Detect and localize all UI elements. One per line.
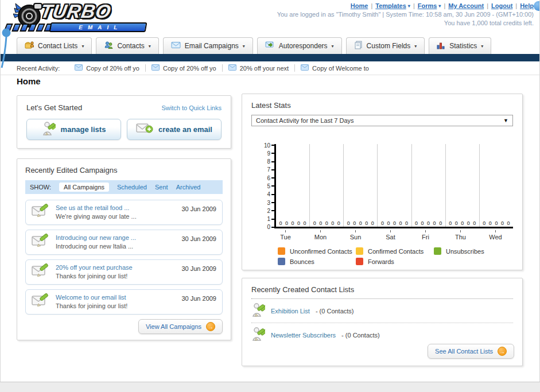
x-axis-label: Wed [478,234,513,240]
chart-value: 0 [313,220,316,226]
corner-dot-decoration [534,1,540,11]
top-nav: Home|Templates▾|Forms▾|My Account|Logout… [277,2,534,9]
filter-scheduled[interactable]: Scheduled [117,184,147,191]
x-axis-label: Thu [443,234,478,240]
legend-swatch [356,258,363,265]
x-axis-cell: Fri [408,230,443,240]
chart-value-labels: 00000 [310,220,343,226]
envelope-pencil-icon [32,204,50,221]
latest-stats-title: Latest Stats [251,101,513,110]
chart-day-group: 00000 [480,144,513,227]
navy-divider-bar [1,54,539,61]
recent-activity-item[interactable]: Copy of 20% off yo [69,64,146,72]
contact-list-items: Exhibition List - (0 Contacts)Newsletter… [251,299,513,347]
chart-value: 0 [415,220,418,226]
chart-day-group: 00000 [412,144,446,227]
contact-list-item[interactable]: Newsletter Subscribers - (0 Contacts) [251,323,513,347]
chart-value: 0 [495,220,498,226]
y-tick-value: 9 [267,150,270,157]
tab-label: Autoresponders [279,42,328,50]
header-right: Home|Templates▾|Forms▾|My Account|Logout… [277,2,534,26]
y-tick-label: 10 [259,142,274,148]
recent-activity-item[interactable]: Copy of 20% off yo [146,64,223,72]
chart-value: 0 [381,220,384,226]
recent-activity-item-label: Copy of Welcome to [312,65,369,72]
see-all-contact-lists-button[interactable]: See All Contact Lists → [428,344,514,359]
manage-lists-button[interactable]: manage lists [26,119,121,140]
recent-activity-item-label: Copy of 20% off yo [86,65,139,72]
page-title: Home [17,76,41,86]
tab-contact-lists[interactable]: Contact Lists▾ [17,37,92,54]
chart-day-group: 00000 [446,144,480,227]
y-tick-label: 3 [259,200,274,205]
x-axis-label: Mon [303,234,338,240]
campaign-card[interactable]: See us at the retail food ...We're givin… [25,200,223,225]
nav-link-templates[interactable]: Templates▾ [375,2,410,9]
campaign-card[interactable]: 20% off your next purchaseThanks for joi… [25,259,223,285]
chart-value: 0 [507,220,510,226]
nav-link-help[interactable]: Help [520,2,534,9]
recent-activity-label: Recent Activity: [17,65,60,72]
campaign-subtitle: We're giving away our late ... [56,212,137,221]
recent-activity-item[interactable]: 20% off your next [223,64,295,72]
recent-activity-item[interactable]: Copy of Welcome to [295,64,375,72]
nav-link-logout[interactable]: Logout [491,2,512,9]
button-label: create an email [158,125,212,134]
envelope-icon [228,64,236,72]
contact-list-item[interactable]: Exhibition List - (0 Contacts) [251,299,513,323]
contact-list-name-link[interactable]: Exhibition List [271,308,310,315]
nav-separator: | [515,2,517,9]
tab-autoresponders[interactable]: Autoresponders▾ [257,37,342,54]
login-status-text: You are logged in as "Timothy Smith" | S… [277,11,534,18]
envelope-icon [75,64,83,72]
tab-statistics[interactable]: Statistics▾ [429,37,491,54]
y-tick-label: 8 [259,159,274,165]
x-tick-mark [285,230,286,232]
campaign-title-link[interactable]: See us at the retail food ... [56,204,137,212]
view-all-campaigns-button[interactable]: View All Campaigns → [138,319,223,334]
y-tick-label: 0 [259,224,274,230]
person-pencil-icon [251,327,265,343]
chart-value: 0 [421,220,424,226]
x-axis-cell: Sun [338,230,373,240]
tab-contacts[interactable]: Contacts▾ [96,37,158,54]
switch-quick-links-link[interactable]: Switch to Quick Links [161,104,222,111]
get-started-panel: Let's Get Started Switch to Quick Links … [17,95,231,149]
tab-custom-fields[interactable]: Custom Fields▾ [346,37,425,54]
chart-value-labels: 00000 [412,220,445,226]
campaign-title-link[interactable]: Welcome to our email list [56,293,127,302]
nav-link-my-account[interactable]: My Account [448,2,484,9]
chart-value: 0 [359,220,362,226]
contact-lists-panel: Recently Created Contact Lists Exhibitio… [242,278,523,366]
campaign-card[interactable]: Welcome to our email listThanks for join… [25,289,223,315]
contact-activity-chart: 109876543210 000000000000000000000000000… [251,142,513,230]
person-pencil-icon [42,121,56,138]
campaign-title-link[interactable]: 20% off your next purchase [56,263,133,272]
filter-sent[interactable]: Sent [155,184,168,191]
filter-archived[interactable]: Archived [176,184,201,191]
recent-activity-item-label: 20% off your next [240,65,289,72]
arrow-right-icon: → [498,347,507,356]
chart-value: 0 [319,220,322,226]
contact-lists-title: Recently Created Contact Lists [251,285,513,294]
envelope-icon [301,64,309,72]
chart-value: 0 [285,220,288,226]
stats-period-dropdown[interactable]: Contact Activity for the Last 7 Days ▼ [251,115,513,126]
chart-day-group: 00000 [378,144,411,227]
pin-decoration [1,28,15,72]
nav-link-forms[interactable]: Forms▾ [418,2,441,9]
nav-link-home[interactable]: Home [351,2,368,9]
chart-value-labels: 00000 [446,220,479,226]
tab-email-campaigns[interactable]: Email Campaigns▾ [163,37,253,54]
envelope-plus-icon [136,123,153,136]
create-an-email-button[interactable]: create an email [127,119,222,140]
y-tick-value: 6 [267,175,270,181]
campaign-card[interactable]: Introducing our new range ...Introducing… [25,230,223,255]
campaign-title-link[interactable]: Introducing our new range ... [56,234,136,242]
contact-list-name-link[interactable]: Newsletter Subscribers [271,332,336,339]
chart-value: 0 [325,220,328,226]
chart-value: 0 [337,220,340,226]
get-started-title: Let's Get Started [26,103,82,112]
chart-value: 0 [461,220,464,226]
filter-all-campaigns[interactable]: All Campaigns [59,183,109,192]
